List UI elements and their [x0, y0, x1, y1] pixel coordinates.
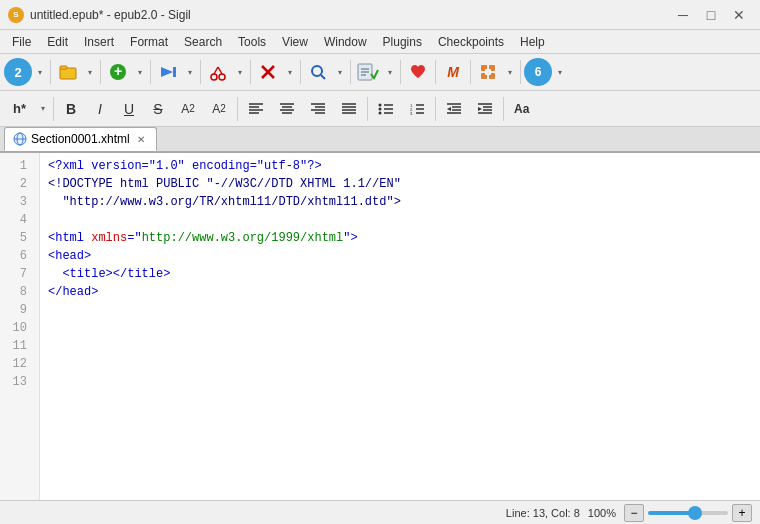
new-button[interactable]: + [104, 58, 132, 86]
epub-version-more[interactable]: ▾ [33, 58, 47, 86]
svg-text:+: + [114, 63, 122, 79]
separator9 [435, 60, 436, 84]
forward-button[interactable] [154, 58, 182, 86]
code-line-5: <html xmlns="http://www.w3.org/1999/xhtm… [48, 229, 752, 247]
align-right-button[interactable] [303, 95, 333, 123]
ordered-list-button[interactable]: 1. 2. 3. [402, 95, 432, 123]
menu-checkpoints[interactable]: Checkpoints [430, 30, 512, 54]
zoom-in-button[interactable]: + [732, 504, 752, 522]
indent-increase-button[interactable] [470, 95, 500, 123]
menu-bar: File Edit Insert Format Search Tools Vie… [0, 30, 760, 54]
align-center-button[interactable] [272, 95, 302, 123]
svg-marker-4 [161, 67, 173, 77]
line-num-13: 13 [0, 373, 33, 391]
line-num-2: 2 [0, 175, 33, 193]
align-right-icon [310, 102, 326, 116]
svg-point-7 [219, 74, 225, 80]
cut-more[interactable]: ▾ [233, 58, 247, 86]
plugin1-button[interactable] [474, 58, 502, 86]
underline-button[interactable]: U [115, 95, 143, 123]
separator3 [150, 60, 151, 84]
zoom-out-button[interactable]: − [624, 504, 644, 522]
code-line-1: <?xml version="1.0" encoding="utf-8"?> [48, 157, 752, 175]
italic-button[interactable]: I [86, 95, 114, 123]
menu-search[interactable]: Search [176, 30, 230, 54]
new-more[interactable]: ▾ [133, 58, 147, 86]
code-line-4 [48, 211, 752, 229]
separator8 [400, 60, 401, 84]
svg-text:3.: 3. [410, 111, 413, 116]
spellcheck-more[interactable]: ▾ [383, 58, 397, 86]
ordered-list-icon: 1. 2. 3. [409, 102, 425, 116]
align-left-icon [248, 102, 264, 116]
svg-point-12 [312, 66, 322, 76]
menu-file[interactable]: File [4, 30, 39, 54]
indent-decrease-icon [446, 102, 462, 116]
cut-button[interactable] [204, 58, 232, 86]
subscript-button[interactable]: A2 [173, 95, 203, 123]
scissors-icon [209, 63, 227, 81]
heading-selector[interactable]: h* [4, 95, 35, 123]
fmt-sep1 [53, 97, 54, 121]
menu-format[interactable]: Format [122, 30, 176, 54]
minimize-button[interactable]: ─ [670, 5, 696, 25]
align-left-button[interactable] [241, 95, 271, 123]
find-more[interactable]: ▾ [283, 58, 297, 86]
align-justify-button[interactable] [334, 95, 364, 123]
menu-view[interactable]: View [274, 30, 316, 54]
tab-section0001[interactable]: Section0001.xhtml ✕ [4, 127, 157, 151]
svg-point-41 [379, 111, 382, 114]
globe-icon [13, 132, 27, 146]
editor-area: 1 2 3 4 5 6 7 8 9 10 11 12 13 <?xml vers… [0, 153, 760, 500]
superscript-button[interactable]: A2 [204, 95, 234, 123]
strikethrough-button[interactable]: S [144, 95, 172, 123]
svg-rect-22 [485, 69, 491, 75]
maximize-button[interactable]: □ [698, 5, 724, 25]
close-button[interactable]: ✕ [726, 5, 752, 25]
line-num-4: 4 [0, 211, 33, 229]
code-line-13 [48, 373, 752, 391]
menu-plugins[interactable]: Plugins [375, 30, 430, 54]
number6-more[interactable]: ▾ [553, 58, 567, 86]
number6-button[interactable]: 6 [524, 58, 552, 86]
fmt-sep3 [367, 97, 368, 121]
svg-rect-1 [60, 66, 67, 69]
open-more[interactable]: ▾ [83, 58, 97, 86]
code-line-3: "http://www.w3.org/TR/xhtml11/DTD/xhtml1… [48, 193, 752, 211]
text-direction-button[interactable]: Aa [507, 95, 536, 123]
menu-insert[interactable]: Insert [76, 30, 122, 54]
code-editor[interactable]: <?xml version="1.0" encoding="utf-8"?> <… [40, 153, 760, 500]
spellcheck-button[interactable] [354, 58, 382, 86]
bold-button[interactable]: B [57, 95, 85, 123]
search-more[interactable]: ▾ [333, 58, 347, 86]
metadata-button[interactable]: M [439, 58, 467, 86]
heading-more[interactable]: ▾ [36, 95, 50, 123]
open-button[interactable] [54, 58, 82, 86]
unordered-list-button[interactable] [371, 95, 401, 123]
plugin-more[interactable]: ▾ [503, 58, 517, 86]
unordered-list-icon [378, 102, 394, 116]
line-numbers: 1 2 3 4 5 6 7 8 9 10 11 12 13 [0, 153, 40, 500]
line-num-7: 7 [0, 265, 33, 283]
find-replace-button[interactable] [254, 58, 282, 86]
code-line-9 [48, 301, 752, 319]
search-button[interactable] [304, 58, 332, 86]
heart-button[interactable] [404, 58, 432, 86]
indent-increase-icon [477, 102, 493, 116]
tab-bar: Section0001.xhtml ✕ [0, 127, 760, 153]
menu-window[interactable]: Window [316, 30, 375, 54]
epub-version-button[interactable]: 2 [4, 58, 32, 86]
separator5 [250, 60, 251, 84]
code-line-8: </head> [48, 283, 752, 301]
zoom-slider-container: − + [624, 504, 752, 522]
indent-decrease-button[interactable] [439, 95, 469, 123]
app-icon: S [8, 7, 24, 23]
menu-tools[interactable]: Tools [230, 30, 274, 54]
zoom-slider[interactable] [648, 511, 728, 515]
menu-help[interactable]: Help [512, 30, 553, 54]
forward-more[interactable]: ▾ [183, 58, 197, 86]
svg-rect-0 [60, 68, 76, 79]
align-center-icon [279, 102, 295, 116]
tab-close-button[interactable]: ✕ [134, 132, 148, 146]
menu-edit[interactable]: Edit [39, 30, 76, 54]
